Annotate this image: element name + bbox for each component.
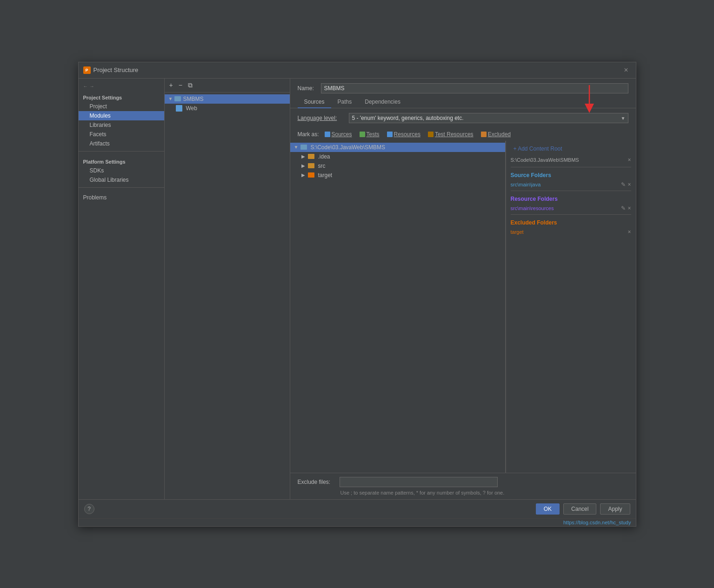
bottom-area: Exclude files: Use ; to separate name pa… [290,473,636,499]
exclude-row: Exclude files: [298,477,628,487]
apply-button[interactable]: Apply [600,503,630,515]
nav-forward-button[interactable]: → [90,84,94,89]
add-content-root-button[interactable]: + Add Content Root [511,145,565,153]
module-name: SMBMS [183,96,203,102]
tree-root-path: S:\Code\03.JavaWeb\SMBMS [311,144,386,151]
sidebar-item-global-libraries[interactable]: Global Libraries [79,175,164,185]
exclude-files-input[interactable] [340,477,498,487]
footer-right: OK Cancel Apply [536,503,630,515]
name-row: Name: [290,79,636,96]
platform-settings-label: Platform Settings [79,156,164,166]
cancel-button[interactable]: Cancel [563,503,596,515]
lang-select[interactable]: 5 - 'enum' keyword, generics, autoboxing… [349,113,628,123]
module-tree-root[interactable]: ▼ SMBMS [165,94,290,104]
mark-as-row: Mark as: Sources Tests Resources Test Re… [290,128,636,141]
mark-tests-button[interactable]: Tests [358,131,381,138]
resource-folder-actions: ✎ × [621,205,631,211]
sidebar-item-artifacts[interactable]: Artifacts [79,139,164,148]
close-root-button[interactable]: × [627,157,631,163]
nav-row: ← → [79,82,164,90]
tab-sources[interactable]: Sources [298,96,331,108]
nav-back-button[interactable]: ← [83,84,88,89]
exclude-hint: Use ; to separate name patterns, * for a… [298,490,628,496]
resource-folder-path: src\main\resources [511,205,554,211]
remove-module-button[interactable]: − [177,80,184,90]
title-bar: P Project Structure × [79,62,636,79]
test-resources-badge-icon [428,132,434,137]
remove-resource-folder-button[interactable]: × [627,205,631,211]
mark-test-resources-button[interactable]: Test Resources [426,131,475,138]
module-tree-web[interactable]: Web [165,104,290,113]
name-label: Name: [298,85,316,92]
mark-resources-button[interactable]: Resources [385,131,422,138]
sidebar-item-facets[interactable]: Facets [79,130,164,139]
excluded-folder-actions: × [627,229,631,235]
exclude-files-label: Exclude files: [298,479,335,485]
help-button[interactable]: ? [84,504,94,514]
module-toolbar: + − ⧉ [165,79,290,92]
resource-folder-entry: src\main\resources ✎ × [511,204,631,212]
chevron-down-icon: ▼ [168,96,173,101]
sources-badge-icon [325,132,330,137]
name-input[interactable] [321,83,628,93]
tree-idea-label: .idea [318,153,330,160]
idea-folder-icon [308,154,314,159]
tree-root-item[interactable]: ▼ S:\Code\03.JavaWeb\SMBMS [290,143,505,152]
project-settings-label: Project Settings [79,92,164,102]
tests-badge-icon [360,132,365,137]
remove-source-folder-button[interactable]: × [627,181,631,188]
app-icon: P [83,66,91,74]
edit-source-folder-button[interactable]: ✎ [621,181,626,188]
tree-src-item[interactable]: ▶ src [290,161,505,171]
excluded-folder-entry: target × [511,228,631,236]
root-path-label: S:\Code\03.JavaWeb\SMBMS [511,157,628,163]
mark-excluded-button[interactable]: Excluded [479,131,513,138]
tree-idea-item[interactable]: ▶ .idea [290,152,505,161]
chevron-down-icon: ▼ [294,145,299,150]
lang-select-wrapper: 5 - 'enum' keyword, generics, autoboxing… [349,113,628,123]
mark-as-label: Mark as: [298,131,319,138]
sidebar: ← → Project Settings Project Modules Lib… [79,79,165,499]
module-web-label: Web [186,105,197,112]
sidebar-item-modules[interactable]: Modules [79,111,164,120]
right-content: Name: Sources Paths Dependencies Languag… [290,79,636,499]
chevron-right-icon: ▶ [301,154,306,159]
excluded-folder-path: target [511,229,524,235]
edit-resource-folder-button[interactable]: ✎ [621,205,626,211]
module-tree: ▼ SMBMS Web [165,92,290,499]
tabs-row: Sources Paths Dependencies [290,96,636,108]
sidebar-item-libraries[interactable]: Libraries [79,120,164,130]
tab-dependencies[interactable]: Dependencies [358,96,407,108]
source-folders-header: Source Folders [511,172,631,178]
mark-test-resources-label: Test Resources [435,131,474,138]
resource-folders-header: Resource Folders [511,196,631,202]
project-structure-dialog: P Project Structure × ← → Project Settin… [78,62,636,527]
root-path-row: S:\Code\03.JavaWeb\SMBMS × [511,157,631,163]
add-module-button[interactable]: + [167,80,175,90]
lang-label: Language level: [298,115,344,121]
tree-target-item[interactable]: ▶ target [290,171,505,180]
status-link[interactable]: https://blog.csdn.net/hc_study [563,520,631,525]
sidebar-item-sdks[interactable]: SDKs [79,166,164,175]
tab-paths[interactable]: Paths [331,96,359,108]
sidebar-divider2 [79,187,164,188]
footer: ? OK Cancel Apply [79,499,636,518]
source-folder-actions: ✎ × [621,181,631,188]
sidebar-item-project[interactable]: Project [79,102,164,111]
content-root-area: ▼ S:\Code\03.JavaWeb\SMBMS ▶ .idea ▶ [290,141,636,473]
separator [511,167,631,167]
mark-sources-label: Sources [332,131,352,138]
remove-excluded-folder-button[interactable]: × [627,229,631,235]
tree-target-label: target [318,172,333,178]
separator2 [511,191,631,191]
ok-button[interactable]: OK [536,503,560,515]
copy-module-button[interactable]: ⧉ [186,80,194,90]
info-panel: + Add Content Root S:\Code\03.JavaWeb\SM… [506,141,636,473]
mark-sources-button[interactable]: Sources [323,131,354,138]
module-panel: + − ⧉ ▼ SMBMS Web [165,79,290,499]
title-bar-left: P Project Structure [83,66,139,74]
target-folder-icon [308,172,314,178]
excluded-folders-header: Excluded Folders [511,219,631,226]
close-button[interactable]: × [621,65,631,75]
sidebar-item-problems[interactable]: Problems [79,191,164,202]
